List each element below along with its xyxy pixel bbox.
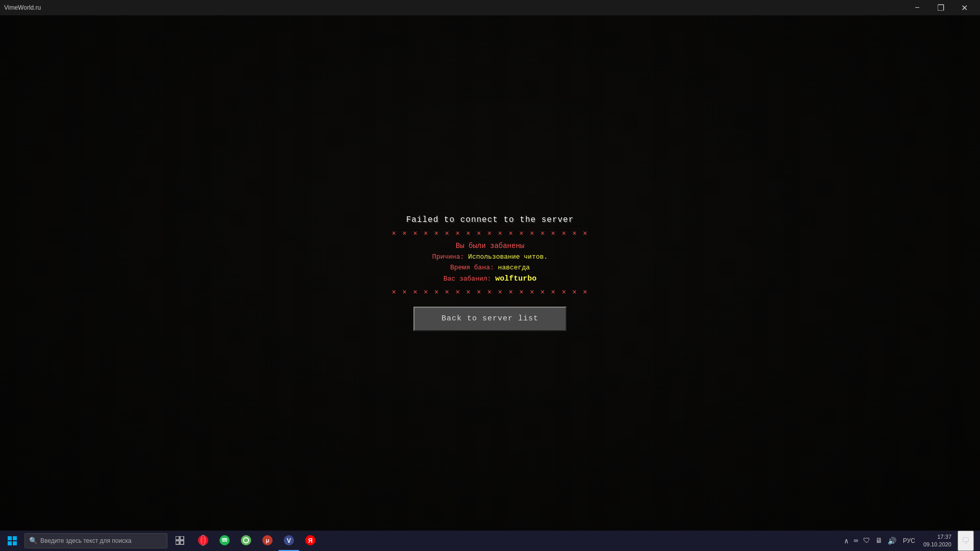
failed-to-connect-text: Failed to connect to the server	[406, 215, 574, 224]
ban-time-value: навсегда	[498, 264, 530, 271]
search-placeholder-text: Введите здесь текст для поиска	[40, 537, 131, 544]
opera-icon	[198, 535, 209, 546]
search-icon: 🔍	[29, 537, 37, 545]
svg-rect-7	[180, 541, 184, 544]
restore-button[interactable]: ❐	[929, 0, 952, 15]
svg-text:V: V	[287, 537, 291, 544]
system-clock[interactable]: 17:37 09.10.2020	[920, 532, 954, 550]
ban-time-label: Время бана:	[450, 264, 494, 271]
spotify-taskbar-app[interactable]	[214, 531, 235, 551]
minimize-button[interactable]: −	[905, 0, 929, 15]
yandex-taskbar-app[interactable]: Я	[300, 531, 321, 551]
system-tray: ∧ ⌨ 🛡 🖥 🔊 РУС 17:37 09.10.2020 🗨	[843, 531, 978, 551]
svg-rect-5	[180, 536, 184, 540]
windows-logo-icon	[8, 536, 17, 545]
banned-by-value: wolfturbo	[495, 274, 536, 283]
reason-value: Использование читов.	[468, 253, 548, 261]
notifications-icon: 🗨	[962, 536, 970, 545]
reason-label: Причина:	[432, 253, 464, 261]
green-browser-icon	[240, 535, 252, 546]
keyboard-icon[interactable]: ⌨	[852, 536, 859, 546]
ublock-icon: μ	[262, 535, 273, 546]
start-button[interactable]	[2, 531, 22, 551]
svg-text:Я: Я	[308, 537, 313, 544]
svg-rect-2	[8, 541, 12, 545]
banned-by-label: Вас забанил:	[444, 275, 492, 283]
taskbar-apps: μ V Я	[193, 531, 321, 551]
language-indicator[interactable]: РУС	[901, 536, 917, 545]
back-to-server-list-button[interactable]: Back to server list	[413, 307, 567, 331]
top-divider: × × × × × × × × × × × × × × × × × × ×	[392, 230, 589, 238]
bottom-divider: × × × × × × × × × × × × × × × × × × ×	[392, 288, 589, 296]
title-bar: VimeWorld.ru − ❐ ✕	[0, 0, 980, 15]
window-controls: − ❐ ✕	[905, 0, 976, 15]
task-view-button[interactable]	[170, 531, 190, 551]
vimeworld-taskbar-app[interactable]: V	[279, 531, 299, 551]
notifications-button[interactable]: 🗨	[958, 531, 974, 551]
svg-point-12	[219, 535, 230, 545]
center-content: Failed to connect to the server × × × × …	[0, 15, 980, 531]
svg-rect-1	[13, 536, 17, 540]
shield-icon[interactable]: 🛡	[862, 536, 872, 546]
clock-time: 17:37	[937, 533, 951, 541]
dialog-box: Failed to connect to the server × × × × …	[392, 215, 589, 331]
ban-time-line: Время бана: навсегда	[450, 264, 530, 271]
green-browser-taskbar-app[interactable]	[236, 531, 256, 551]
opera-taskbar-app[interactable]	[193, 531, 213, 551]
banned-by-line: Вас забанил: wolfturbo	[444, 274, 536, 283]
volume-icon[interactable]: 🔊	[886, 536, 898, 546]
svg-rect-0	[8, 536, 12, 540]
svg-point-15	[244, 538, 248, 542]
ublock-taskbar-app[interactable]: μ	[257, 531, 278, 551]
taskbar: 🔍 Введите здесь текст для поиска	[0, 531, 980, 551]
yandex-icon: Я	[305, 535, 316, 546]
close-button[interactable]: ✕	[952, 0, 976, 15]
banned-text: Вы были забанены	[456, 242, 524, 250]
svg-text:μ: μ	[266, 537, 270, 543]
svg-rect-4	[176, 536, 179, 540]
svg-rect-6	[176, 541, 179, 544]
tray-chevron-icon[interactable]: ∧	[843, 536, 850, 546]
clock-date: 09.10.2020	[923, 541, 951, 548]
network-icon[interactable]: 🖥	[874, 536, 884, 546]
task-view-icon	[176, 536, 185, 545]
reason-line: Причина: Использование читов.	[432, 253, 548, 261]
spotify-icon	[219, 535, 230, 546]
window-title: VimeWorld.ru	[4, 4, 905, 11]
vimeworld-icon: V	[283, 535, 295, 546]
svg-rect-3	[13, 541, 17, 545]
search-bar[interactable]: 🔍 Введите здесь текст для поиска	[24, 533, 167, 548]
tray-icons: ∧ ⌨ 🛡 🖥 🔊	[843, 536, 898, 546]
